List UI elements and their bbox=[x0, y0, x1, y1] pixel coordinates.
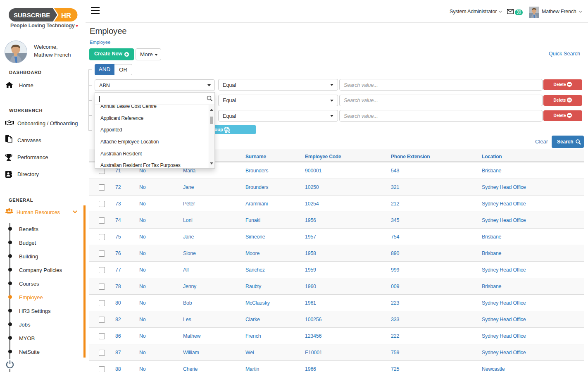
svg-text:HR: HR bbox=[61, 12, 71, 19]
svg-text:SUBSCRiBE: SUBSCRiBE bbox=[14, 12, 50, 19]
